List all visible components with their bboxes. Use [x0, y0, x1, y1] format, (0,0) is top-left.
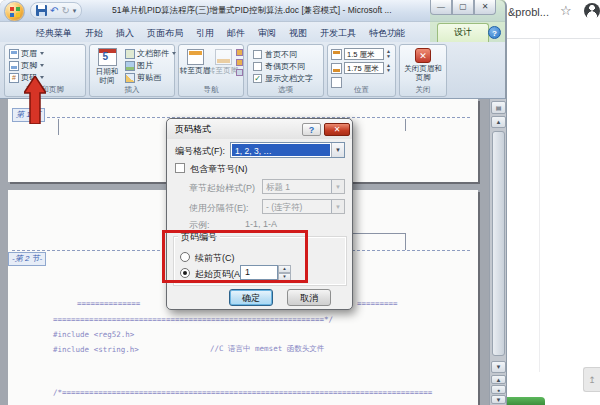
vertical-scrollbar[interactable]: ▤ ▲ ▼ ▲ ● ▼	[489, 99, 506, 405]
save-icon[interactable]	[36, 5, 47, 16]
link-to-previous-icon[interactable]	[236, 49, 243, 56]
tab-page-layout[interactable]: 页面布局	[141, 24, 189, 42]
separator-label: 使用分隔符(E):	[189, 202, 249, 215]
combo-arrow-icon[interactable]: ▼	[331, 143, 344, 157]
profile-avatar-icon[interactable]	[584, 3, 600, 19]
goto-header-label: 转至页眉	[180, 67, 210, 76]
show-document-text-checkbox[interactable]: ✓ 显示文档文字	[253, 73, 313, 84]
qat-dropdown-icon[interactable]: ▾	[73, 6, 77, 16]
next-page-icon[interactable]: ▼	[491, 395, 506, 404]
redo-icon[interactable]: ↻	[61, 6, 69, 16]
footer-from-bottom-value[interactable]: 1.75 厘米	[344, 62, 384, 74]
tab-special-features[interactable]: 特色功能	[363, 24, 411, 42]
datetime-button[interactable]: 日期和时间	[93, 48, 121, 85]
quick-parts-label: 文档部件	[137, 48, 169, 59]
group-navigation: 转至页眉 转至页脚 导航	[178, 44, 244, 97]
footer-button[interactable]: 页脚	[9, 60, 44, 71]
quick-parts-icon	[125, 49, 135, 59]
tab-home[interactable]: 开始	[79, 24, 109, 42]
close-button[interactable]: ✕	[474, 0, 496, 15]
picture-button[interactable]: 图片	[125, 60, 153, 71]
close-header-footer-button[interactable]: ✕ 关闭页眉和页脚	[403, 48, 443, 82]
webpage-green-button[interactable]	[503, 397, 545, 405]
checkbox-icon	[253, 50, 262, 59]
separator-value: - (连字符)	[263, 200, 331, 213]
header-from-top-spinner[interactable]: 1.5 厘米 ▲▼	[331, 48, 391, 60]
include-chapter-label: 包含章节号(N)	[190, 163, 248, 176]
office-button[interactable]	[4, 1, 25, 22]
chevron-down-icon	[172, 52, 176, 55]
page-number-icon	[9, 73, 19, 83]
spin-down-icon[interactable]: ▼	[386, 68, 391, 73]
footer-from-bottom-spinner[interactable]: 1.75 厘米 ▲▼	[331, 62, 391, 74]
goto-footer-icon	[215, 49, 232, 65]
number-format-select[interactable]: 1, 2, 3, … ▼	[230, 142, 345, 158]
ruler-toggle-button[interactable]: ▤	[491, 101, 506, 114]
scroll-up-icon[interactable]: ▲	[491, 116, 506, 128]
clipart-label: 剪贴画	[137, 72, 161, 83]
group-label-options: 选项	[248, 85, 323, 95]
header-label: 页眉	[21, 48, 37, 59]
browse-object-icon[interactable]: ●	[491, 385, 506, 394]
minimize-button[interactable]: —	[430, 0, 452, 15]
tab-mailings[interactable]: 邮件	[221, 24, 251, 42]
header-from-top-value[interactable]: 1.5 厘米	[344, 48, 384, 60]
different-odd-even-checkbox[interactable]: 奇偶页不同	[253, 61, 305, 72]
undo-icon[interactable]: ↶	[50, 6, 58, 16]
scrollbar-thumb[interactable]	[492, 131, 505, 356]
tab-developer[interactable]: 开发工具	[314, 24, 362, 42]
cancel-button[interactable]: 取消	[287, 289, 331, 306]
clipart-button[interactable]: 剪贴画	[125, 72, 161, 83]
clipart-icon	[125, 73, 135, 83]
close-header-footer-label: 关闭页眉和页脚	[403, 65, 443, 82]
example-value: 1-1, 1-A	[245, 219, 277, 229]
ribbon-help-icon[interactable]: ?	[488, 26, 501, 39]
previous-page-icon[interactable]: ▲	[491, 375, 506, 384]
tab-references[interactable]: 引用	[190, 24, 220, 42]
screen: &probl... ☆ ↥ ↶ ↻ ▾ 51单片机PID算法程序(三)增量式PI…	[0, 0, 600, 405]
include-chapter-checkbox[interactable]	[175, 163, 185, 173]
dialog-help-icon[interactable]: ?	[302, 123, 321, 136]
close-x-icon: ✕	[415, 48, 431, 63]
combo-arrow-icon: ▼	[331, 200, 344, 213]
tab-review[interactable]: 审阅	[252, 24, 282, 42]
chevron-down-icon	[40, 52, 44, 55]
ok-button[interactable]: 确定	[229, 289, 273, 306]
number-format-label: 编号格式(F):	[175, 145, 225, 158]
goto-footer-button[interactable]: 转至页脚	[208, 49, 238, 76]
back-to-top-button[interactable]: ↥	[583, 367, 600, 392]
group-close: ✕ 关闭页眉和页脚 关闭	[399, 44, 447, 97]
group-position: 1.5 厘米 ▲▼ 1.75 厘米 ▲▼ 位置	[327, 44, 396, 97]
dialog-close-icon[interactable]: ✕	[324, 123, 350, 136]
footer-icon	[9, 61, 19, 71]
quick-access-toolbar: ↶ ↻ ▾	[30, 2, 82, 19]
title-bar: ↶ ↻ ▾ 51单片机PID算法程序(三)增量式PID控制算法.doc [兼容模…	[0, 0, 505, 22]
header-button[interactable]: 页眉	[9, 48, 44, 59]
tab-classic-menu[interactable]: 经典菜单	[30, 24, 78, 42]
code-comment: //C 语言中 memset 函数头文件	[210, 344, 324, 354]
code-line: /*======================================…	[53, 388, 432, 397]
separator-select: - (连字符) ▼	[262, 199, 345, 214]
combo-arrow-icon: ▼	[331, 180, 344, 193]
tab-view[interactable]: 视图	[283, 24, 313, 42]
text-boundary-mark	[58, 119, 59, 135]
group-insert: 日期和时间 文档部件 图片 剪贴画 插入	[89, 44, 175, 97]
scroll-down-icon[interactable]: ▼	[491, 361, 506, 373]
browser-toolbar-divider	[505, 38, 600, 39]
tab-insert[interactable]: 插入	[110, 24, 140, 42]
checkbox-icon	[253, 62, 262, 71]
maximize-button[interactable]: ▢	[452, 0, 474, 15]
show-next-icon[interactable]	[236, 69, 243, 76]
page-content-divider	[539, 39, 540, 372]
quick-parts-button[interactable]: 文档部件	[125, 48, 176, 59]
bookmark-star-icon[interactable]: ☆	[560, 3, 572, 18]
different-first-page-checkbox[interactable]: 首页不同	[253, 49, 297, 60]
chapter-style-select: 标题 1 ▼	[262, 179, 345, 194]
code-line: ==============	[77, 299, 140, 308]
tab-design-active[interactable]: 设计	[437, 23, 489, 42]
show-previous-icon[interactable]	[236, 59, 243, 66]
goto-header-button[interactable]: 转至页眉	[180, 49, 210, 76]
spin-down-icon[interactable]: ▼	[386, 54, 391, 59]
chevron-down-icon	[40, 64, 44, 67]
window-title: 51单片机PID算法程序(三)增量式PID控制算法.doc [兼容模式] - M…	[112, 5, 397, 17]
